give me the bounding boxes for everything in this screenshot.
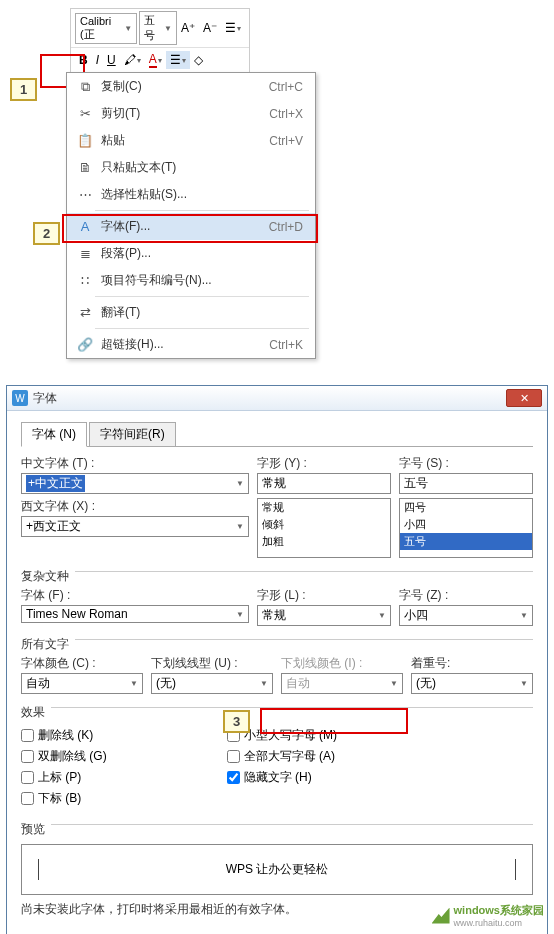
menu-copy[interactable]: ⧉ 复制(C) Ctrl+C bbox=[67, 73, 315, 100]
hyperlink-icon: 🔗 bbox=[75, 337, 95, 352]
complex-font-combo[interactable]: Times New Roman▼ bbox=[21, 605, 249, 623]
tab-spacing[interactable]: 字符间距(R) bbox=[89, 422, 176, 447]
font-color-combo[interactable]: 自动▼ bbox=[21, 673, 143, 694]
list-item[interactable]: 四号 bbox=[400, 499, 532, 516]
font-dialog: W 字体 ✕ 字体 (N) 字符间距(R) 中文字体 (T) : +中文正文▼ … bbox=[6, 385, 548, 934]
style-value: 常规 bbox=[262, 475, 286, 492]
font-size-value: 五号 bbox=[144, 13, 163, 43]
list-item[interactable]: 常规 bbox=[258, 499, 390, 516]
callout-marker-2: 2 bbox=[33, 222, 60, 245]
menu-copy-shortcut: Ctrl+C bbox=[269, 80, 303, 94]
menu-cut[interactable]: ✂ 剪切(T) Ctrl+X bbox=[67, 100, 315, 127]
eraser-button[interactable]: ◇ bbox=[190, 51, 207, 69]
size-value: 五号 bbox=[404, 475, 428, 492]
menu-separator bbox=[95, 296, 309, 297]
menu-paste-text-label: 只粘贴文本(T) bbox=[101, 159, 307, 176]
font-color-value: 自动 bbox=[26, 675, 50, 692]
menu-translate[interactable]: ⇄ 翻译(T) bbox=[67, 299, 315, 326]
size-combo[interactable]: 五号 bbox=[399, 473, 533, 494]
chevron-down-icon: ▼ bbox=[124, 24, 132, 33]
chevron-down-icon: ▼ bbox=[236, 479, 244, 488]
font-name-combo[interactable]: Calibri (正▼ bbox=[75, 13, 137, 44]
callout-marker-3: 3 bbox=[223, 710, 250, 733]
en-font-value: +西文正文 bbox=[26, 518, 81, 535]
en-font-combo[interactable]: +西文正文▼ bbox=[21, 516, 249, 537]
menu-bullets-label: 项目符号和编号(N)... bbox=[101, 272, 307, 289]
underline-color-label: 下划线颜色 (I) : bbox=[281, 655, 403, 672]
font-name-value: Calibri (正 bbox=[80, 15, 123, 42]
menu-hyperlink-shortcut: Ctrl+K bbox=[269, 338, 303, 352]
menu-cut-shortcut: Ctrl+X bbox=[269, 107, 303, 121]
translate-icon: ⇄ bbox=[75, 305, 95, 320]
paste-text-icon: 🗎 bbox=[75, 160, 95, 175]
menu-hyperlink[interactable]: 🔗 超链接(H)... Ctrl+K bbox=[67, 331, 315, 358]
size-label: 字号 (S) : bbox=[399, 455, 533, 472]
complex-size-value: 小四 bbox=[404, 607, 428, 624]
menu-hyperlink-label: 超链接(H)... bbox=[101, 336, 269, 353]
menu-paragraph[interactable]: ≣ 段落(P)... bbox=[67, 240, 315, 267]
subscript-checkbox[interactable]: 下标 (B) bbox=[21, 790, 107, 807]
underline-color-combo: 自动▼ bbox=[281, 673, 403, 694]
superscript-label: 上标 (P) bbox=[38, 769, 81, 786]
style-listbox[interactable]: 常规 倾斜 加粗 bbox=[257, 498, 391, 558]
decrease-font-button[interactable]: A⁻ bbox=[199, 19, 221, 37]
preview-label: 预览 bbox=[21, 821, 45, 838]
superscript-checkbox[interactable]: 上标 (P) bbox=[21, 769, 107, 786]
en-font-label: 西文字体 (X) : bbox=[21, 498, 249, 515]
list-item[interactable]: 加粗 bbox=[258, 533, 390, 550]
formatting-toolbar: Calibri (正▼ 五号▼ A⁺ A⁻ ☰▾ B I U 🖍▾ A▾ ☰▾ … bbox=[70, 8, 250, 73]
list-item[interactable]: 五号 bbox=[400, 533, 532, 550]
list-item[interactable]: 倾斜 bbox=[258, 516, 390, 533]
chevron-down-icon: ▼ bbox=[390, 679, 398, 688]
menu-paste-label: 粘贴 bbox=[101, 132, 269, 149]
emphasis-combo[interactable]: (无)▼ bbox=[411, 673, 533, 694]
allcaps-label: 全部大写字母 (A) bbox=[244, 748, 335, 765]
menu-bullets[interactable]: ∷ 项目符号和编号(N)... bbox=[67, 267, 315, 294]
menu-separator bbox=[95, 210, 309, 211]
align-button[interactable]: ☰▾ bbox=[166, 51, 190, 69]
callout-marker-1: 1 bbox=[10, 78, 37, 101]
menu-paragraph-label: 段落(P)... bbox=[101, 245, 307, 262]
cn-font-combo[interactable]: +中文正文▼ bbox=[21, 473, 249, 494]
cut-icon: ✂ bbox=[75, 106, 95, 121]
strike-checkbox[interactable]: 删除线 (K) bbox=[21, 727, 107, 744]
complex-size-label: 字号 (Z) : bbox=[399, 587, 533, 604]
underline-button[interactable]: U bbox=[103, 51, 120, 69]
chevron-down-icon: ▼ bbox=[164, 24, 172, 33]
menu-cut-label: 剪切(T) bbox=[101, 105, 269, 122]
tab-font[interactable]: 字体 (N) bbox=[21, 422, 87, 447]
size-listbox[interactable]: 四号 小四 五号 bbox=[399, 498, 533, 558]
preview-box: WPS 让办公更轻松 bbox=[21, 844, 533, 895]
watermark-url: www.ruhaitu.com bbox=[454, 918, 544, 928]
italic-button[interactable]: I bbox=[92, 51, 103, 69]
watermark-text: windows系统家园 bbox=[454, 903, 544, 918]
paste-special-icon: ⋯ bbox=[75, 187, 95, 202]
increase-font-button[interactable]: A⁺ bbox=[177, 19, 199, 37]
line-spacing-button[interactable]: ☰▾ bbox=[221, 19, 245, 37]
font-color-button[interactable]: A▾ bbox=[145, 50, 166, 70]
list-item[interactable]: 小四 bbox=[400, 516, 532, 533]
complex-size-combo[interactable]: 小四▼ bbox=[399, 605, 533, 626]
close-button[interactable]: ✕ bbox=[506, 389, 542, 407]
highlight-button[interactable]: 🖍▾ bbox=[120, 51, 145, 69]
chevron-down-icon: ▼ bbox=[236, 610, 244, 619]
menu-paste-text[interactable]: 🗎 只粘贴文本(T) bbox=[67, 154, 315, 181]
underline-color-value: 自动 bbox=[286, 675, 310, 692]
dialog-titlebar: W 字体 ✕ bbox=[7, 386, 547, 411]
menu-paste-special[interactable]: ⋯ 选择性粘贴(S)... bbox=[67, 181, 315, 208]
chevron-down-icon: ▼ bbox=[236, 522, 244, 531]
menu-paste[interactable]: 📋 粘贴 Ctrl+V bbox=[67, 127, 315, 154]
emphasis-label: 着重号: bbox=[411, 655, 533, 672]
complex-scripts-label: 复杂文种 bbox=[21, 568, 69, 585]
allcaps-checkbox[interactable]: 全部大写字母 (A) bbox=[227, 748, 337, 765]
preview-text: WPS 让办公更轻松 bbox=[38, 859, 516, 880]
style-combo[interactable]: 常规 bbox=[257, 473, 391, 494]
font-size-combo[interactable]: 五号▼ bbox=[139, 11, 177, 45]
double-strike-checkbox[interactable]: 双删除线 (G) bbox=[21, 748, 107, 765]
app-icon: W bbox=[12, 390, 28, 406]
complex-style-combo[interactable]: 常规▼ bbox=[257, 605, 391, 626]
underline-style-combo[interactable]: (无)▼ bbox=[151, 673, 273, 694]
callout-box-2 bbox=[62, 214, 318, 243]
hidden-checkbox[interactable]: 隐藏文字 (H) bbox=[227, 769, 337, 786]
style-label: 字形 (Y) : bbox=[257, 455, 391, 472]
